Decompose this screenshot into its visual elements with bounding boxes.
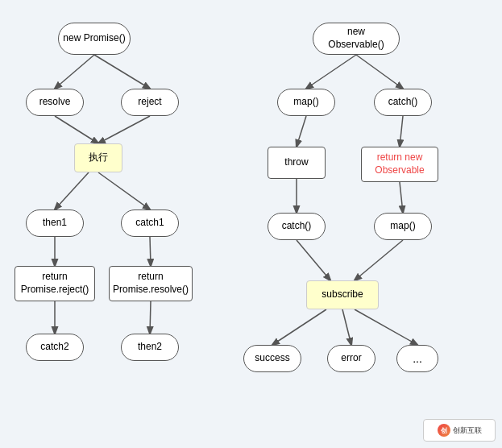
complete-node: ...	[396, 345, 438, 372]
svg-line-7	[150, 237, 151, 266]
svg-line-17	[355, 240, 403, 280]
svg-line-2	[55, 116, 98, 143]
watermark: 创 创新互联	[423, 419, 496, 442]
then2-node: then2	[121, 334, 179, 361]
catch2-node: catch2	[26, 334, 84, 361]
watermark-logo: 创	[438, 424, 450, 437]
new-observable-node: newObservable()	[313, 23, 400, 55]
svg-line-9	[150, 301, 151, 334]
catch-r1-node: catch()	[374, 89, 432, 116]
svg-line-10	[306, 55, 356, 89]
svg-line-0	[55, 55, 94, 89]
svg-line-20	[355, 309, 417, 345]
svg-line-1	[94, 55, 150, 89]
svg-line-19	[342, 309, 351, 345]
svg-line-11	[356, 55, 403, 89]
return-reject-node: returnPromise.reject()	[15, 266, 95, 301]
return-new-obs-node: return newObservable	[361, 147, 438, 182]
execute-node: 执行	[74, 143, 122, 172]
return-resolve-node: returnPromise.resolve()	[109, 266, 193, 301]
svg-line-3	[98, 116, 150, 143]
throw-node: throw	[268, 147, 326, 179]
map2-node: map()	[374, 213, 432, 240]
success-node: success	[243, 345, 301, 372]
map1-node: map()	[277, 89, 335, 116]
subscribe-node: subscribe	[306, 280, 379, 309]
watermark-text: 创新互联	[453, 425, 482, 436]
then1-node: then1	[26, 209, 84, 237]
error-node: error	[327, 345, 375, 372]
svg-line-4	[55, 172, 89, 209]
resolve-node: resolve	[26, 89, 84, 116]
reject-node: reject	[121, 89, 179, 116]
catch-r2-node: catch()	[268, 213, 326, 240]
svg-line-5	[98, 172, 150, 209]
diagram: new Promise() resolve reject 执行 then1 ca…	[0, 0, 502, 448]
svg-line-13	[400, 116, 403, 147]
svg-line-18	[272, 309, 326, 345]
svg-line-12	[297, 116, 306, 147]
svg-line-15	[400, 182, 403, 213]
catch1-node: catch1	[121, 209, 179, 237]
svg-line-16	[297, 240, 330, 280]
new-promise-node: new Promise()	[58, 23, 131, 55]
